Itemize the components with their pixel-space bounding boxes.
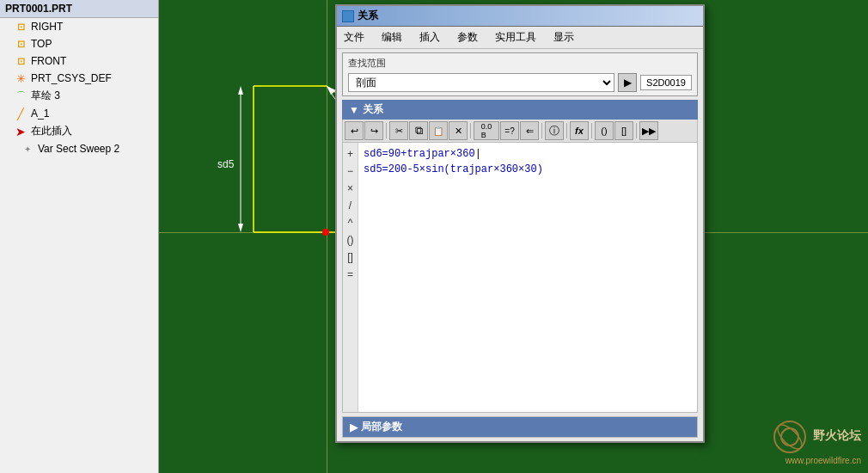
local-params-title: 局部参数 xyxy=(361,420,402,434)
tree-item-a1[interactable]: ╱ A_1 xyxy=(0,105,158,122)
svg-text:sd5: sd5 xyxy=(217,158,235,170)
tree-label: Var Sect Sweep 2 xyxy=(38,143,119,155)
svg-marker-4 xyxy=(238,86,243,95)
tree-item-insert[interactable]: ➤ 在此插入 xyxy=(0,122,158,140)
datum-plane-icon: ⊡ xyxy=(14,20,28,34)
op-divide[interactable]: / xyxy=(345,198,357,213)
csys-icon: ✳ xyxy=(14,71,28,85)
relations-toolbar: ↩ ↪ ✂ ⧉ 📋 ✕ 0.0B =? ⇐ ⓘ fx () [] ▶▶ xyxy=(342,120,698,143)
tree-title: PRT0001.PRT xyxy=(0,0,158,18)
delete-button[interactable]: ✕ xyxy=(449,121,468,140)
menu-params[interactable]: 参数 xyxy=(454,28,481,46)
tree-item-front[interactable]: ⊡ FRONT xyxy=(0,52,158,70)
equals-button[interactable]: =? xyxy=(500,121,519,140)
toolbar-separator-5 xyxy=(591,123,592,138)
info-button[interactable]: ⓘ xyxy=(545,121,564,140)
bracket-button[interactable]: [] xyxy=(614,121,633,140)
tree-label: FRONT xyxy=(31,55,66,67)
op-power[interactable]: ^ xyxy=(345,215,357,230)
menu-tools[interactable]: 实用工具 xyxy=(492,28,540,46)
relation-line-1[interactable]: sd6=90+trajpar×360 xyxy=(364,146,692,162)
tree-label: TOP xyxy=(31,38,52,50)
menu-display[interactable]: 显示 xyxy=(550,28,578,46)
op-equals[interactable]: = xyxy=(345,267,357,282)
tree-item-sweep[interactable]: ✦ Var Sect Sweep 2 xyxy=(0,140,158,157)
assign-button[interactable]: ⇐ xyxy=(520,121,539,140)
datum-plane-icon: ⊡ xyxy=(14,37,28,51)
copy-button[interactable]: ⧉ xyxy=(409,121,428,140)
collapse-icon: ▼ xyxy=(349,104,359,116)
datum-plane-icon: ⊡ xyxy=(14,54,28,68)
toolbar-separator-2 xyxy=(470,123,471,138)
feature-tree-panel: PRT0001.PRT ⊡ RIGHT ⊡ TOP ⊡ FRONT ✳ PRT_… xyxy=(0,0,159,473)
menu-file[interactable]: 文件 xyxy=(340,28,368,46)
search-scope-section: 查找范围 剖面 零件 ▶ S2D0019 xyxy=(342,52,698,96)
tree-label: 在此插入 xyxy=(31,124,72,138)
op-multiply[interactable]: × xyxy=(345,181,357,196)
tree-label: 草绘 3 xyxy=(31,89,60,103)
local-params-section: ▶ 局部参数 xyxy=(342,416,698,438)
paste-button[interactable]: 📋 xyxy=(429,121,448,140)
toolbar-separator-6 xyxy=(636,123,637,138)
tree-title-label: PRT0001.PRT xyxy=(5,3,72,15)
relation-line-2[interactable]: sd5=200-5×sin(trajpar×360×30) xyxy=(364,162,692,177)
dialog-icon xyxy=(342,10,354,22)
tree-item-top[interactable]: ⊡ TOP xyxy=(0,35,158,52)
tree-item-sketch3[interactable]: ⌒ 草绘 3 xyxy=(0,87,158,105)
search-scope-select[interactable]: 剖面 零件 xyxy=(348,73,614,92)
relations-editor[interactable]: sd6=90+trajpar×360 sd5=200-5×sin(trajpar… xyxy=(358,143,697,412)
op-open-bracket[interactable]: [] xyxy=(345,249,357,265)
arrow-icon: ▶ xyxy=(624,77,632,89)
dialog-title: 关系 xyxy=(358,9,378,23)
local-params-collapse-icon: ▶ xyxy=(350,421,358,433)
svg-marker-5 xyxy=(238,224,243,232)
relations-header[interactable]: ▼ 关系 xyxy=(342,100,698,120)
svg-point-11 xyxy=(322,229,329,236)
relations-body: + − × / ^ () [] = sd6=90+trajpar×360 sd5… xyxy=(342,143,698,413)
tree-label: RIGHT xyxy=(31,21,63,33)
dialog-titlebar[interactable]: 关系 xyxy=(337,6,703,27)
cut-button[interactable]: ✂ xyxy=(389,121,408,140)
tree-item-csys[interactable]: ✳ PRT_CSYS_DEF xyxy=(0,70,158,87)
verify-icon: 0.0B xyxy=(481,122,492,139)
fx-button[interactable]: fx xyxy=(570,121,589,140)
search-arrow-button[interactable]: ▶ xyxy=(618,73,637,92)
redo-button[interactable]: ↪ xyxy=(364,121,383,140)
toolbar-separator xyxy=(386,123,387,138)
dialog-relations: 关系 文件 编辑 插入 参数 实用工具 显示 查找范围 剖面 零件 ▶ S2D0… xyxy=(335,4,705,443)
tree-label: A_1 xyxy=(31,108,49,120)
relations-section: ▼ 关系 ↩ ↪ ✂ ⧉ 📋 ✕ 0.0B =? ⇐ ⓘ fx () [] xyxy=(342,100,698,413)
axis-icon: ╱ xyxy=(14,107,28,120)
tree-label: PRT_CSYS_DEF xyxy=(31,72,112,84)
toolbar-separator-3 xyxy=(541,123,542,138)
search-row: 剖面 零件 ▶ S2D0019 xyxy=(348,73,692,92)
relations-title: 关系 xyxy=(363,102,383,117)
paren-button[interactable]: () xyxy=(595,121,614,140)
insert-icon: ➤ xyxy=(14,125,28,138)
sketch-icon: ⌒ xyxy=(14,89,28,103)
op-plus[interactable]: + xyxy=(345,146,357,162)
dialog-menubar: 文件 编辑 插入 参数 实用工具 显示 xyxy=(337,27,703,49)
verify-button[interactable]: 0.0B xyxy=(474,121,499,140)
local-params-header[interactable]: ▶ 局部参数 xyxy=(343,417,697,437)
relations-sidebar: + − × / ^ () [] = xyxy=(343,143,358,412)
tree-item-right[interactable]: ⊡ RIGHT xyxy=(0,18,158,35)
op-minus[interactable]: − xyxy=(345,163,357,179)
more-button[interactable]: ▶▶ xyxy=(639,121,658,140)
menu-insert[interactable]: 插入 xyxy=(416,28,443,46)
sweep-icon: ✦ xyxy=(21,142,34,156)
undo-button[interactable]: ↩ xyxy=(345,121,364,140)
search-code-display: S2D0019 xyxy=(640,75,692,90)
menu-edit[interactable]: 编辑 xyxy=(378,28,406,46)
toolbar-separator-4 xyxy=(566,123,567,138)
op-open-paren[interactable]: () xyxy=(345,232,357,248)
search-scope-label: 查找范围 xyxy=(348,57,692,70)
